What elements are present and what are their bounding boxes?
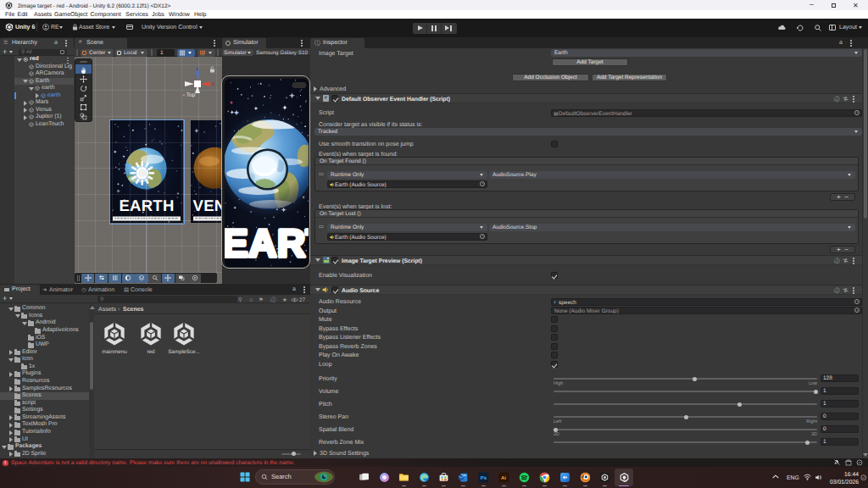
svg-text:x: x [212, 82, 215, 87]
svg-text:Ai: Ai [501, 475, 506, 481]
svg-text:Ps: Ps [481, 475, 487, 481]
svg-text:EARTH: EARTH [225, 221, 309, 265]
